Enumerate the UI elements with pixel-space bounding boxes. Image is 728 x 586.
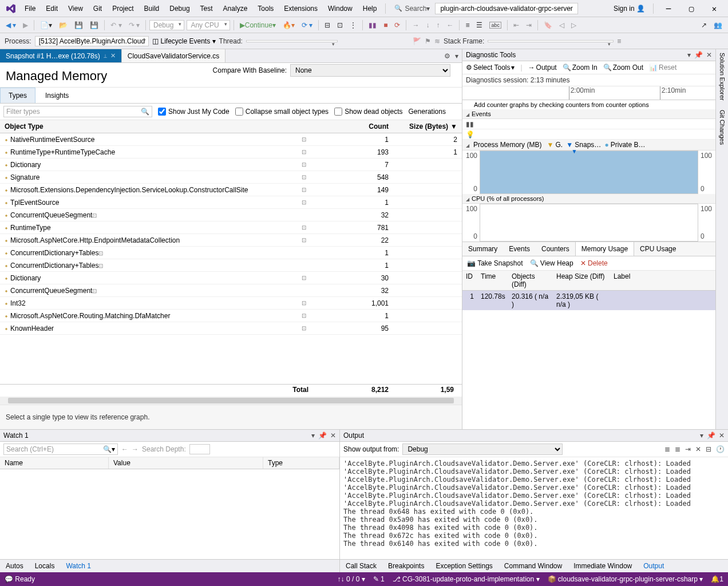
nav-back-icon[interactable]: ← — [121, 445, 128, 453]
grid-body[interactable]: ⬥NativeRuntimeEventSource⊡12⬥RuntimeType… — [0, 133, 462, 384]
sign-in-button[interactable]: Sign in 👤 — [609, 5, 650, 13]
platform-combo[interactable]: Any CPU — [187, 20, 230, 30]
close-icon[interactable]: ✕ — [719, 431, 725, 440]
nav-fwd-icon[interactable]: → — [132, 445, 139, 453]
hot-reload-icon[interactable]: 🔥▾ — [280, 20, 297, 30]
pin-icon[interactable]: 📌 — [694, 51, 703, 59]
dropdown-icon[interactable]: ▾ — [700, 431, 703, 440]
zoomin-button[interactable]: 🔍 Zoom In — [563, 64, 598, 72]
col-objtype[interactable]: Object Type — [0, 120, 313, 133]
abc-icon[interactable]: abc — [487, 21, 504, 30]
col-value[interactable]: Value — [109, 457, 263, 469]
pen-indicator[interactable]: ✎ 1 — [373, 575, 385, 583]
gear-icon[interactable]: ⚙ — [444, 52, 450, 60]
menu-window[interactable]: Window — [323, 5, 358, 13]
clear2-icon[interactable]: ✕ — [695, 445, 701, 453]
restart-button[interactable]: ⟳ ▾ — [299, 20, 315, 30]
table-row[interactable]: ⬥ConcurrentDictionary+Tables⊡1 — [0, 259, 462, 272]
delete-button[interactable]: ✕ Delete — [580, 259, 608, 267]
mem-head[interactable]: Process Memory (MB) ▼ G. ▼ Snaps… ● Priv… — [462, 140, 715, 151]
pause-button[interactable]: ▮▮ — [366, 20, 379, 30]
select-tools-button[interactable]: ⚙ Select Tools ▾ — [466, 64, 515, 72]
dropdown-icon[interactable]: ▾ — [455, 52, 458, 60]
take-snapshot-button[interactable]: 📷 Take Snapshot — [467, 259, 523, 267]
restart-debug-button[interactable]: ⟳ — [392, 20, 402, 30]
hscrollbar[interactable] — [8, 398, 454, 403]
lifecycle-button[interactable]: ◫ Lifecycle Events ▾ — [152, 37, 215, 45]
table-row[interactable]: ⬥ConcurrentDictionary+Tables⊡1 — [0, 247, 462, 259]
step-icon3[interactable]: ⋮ — [347, 20, 359, 30]
search-icon[interactable]: 🔍 — [141, 108, 149, 116]
tab-call-stack[interactable]: Call Stack — [340, 560, 382, 572]
table-row[interactable]: ⬥Dictionary⊡7 — [0, 159, 462, 171]
nav-back-button[interactable]: ◀ ▾ — [3, 20, 18, 30]
close-icon[interactable]: ✕ — [330, 431, 336, 440]
col-name[interactable]: Name — [0, 457, 109, 469]
table-row[interactable]: ⬥ConcurrentQueueSegment⊡32 — [0, 209, 462, 221]
col-size[interactable]: Size (Bytes)▼ — [393, 120, 462, 133]
stack-combo[interactable] — [488, 40, 614, 42]
table-row[interactable]: ⬥Microsoft.Extensions.DependencyInjectio… — [0, 184, 462, 196]
step-back-icon[interactable]: ← — [444, 20, 456, 30]
bell-indicator[interactable]: 🔔1 — [711, 575, 723, 583]
menu-tools[interactable]: Tools — [252, 5, 279, 13]
compare-select[interactable]: None — [290, 64, 450, 77]
bookmark-icon[interactable]: 🔖 — [541, 20, 555, 30]
tab-summary[interactable]: Summary — [462, 242, 503, 256]
updown-indicator[interactable]: ↑↓ 0 / 0 ▾ — [338, 575, 365, 583]
dropdown-icon[interactable]: ▾ — [687, 51, 691, 59]
table-row[interactable]: ⬥ConcurrentQueueSegment⊡32 — [0, 284, 462, 297]
maximize-button[interactable]: ▢ — [680, 1, 703, 17]
tab-memusage[interactable]: Memory Usage — [575, 242, 634, 256]
wrap-icon[interactable]: ≣ — [675, 445, 680, 453]
tab-cpuusage[interactable]: CPU Usage — [634, 242, 682, 256]
indent-icon[interactable]: ⇤ — [511, 20, 521, 30]
events-head[interactable]: Events — [462, 109, 715, 119]
table-row[interactable]: ⬥Dictionary⊡30 — [0, 272, 462, 284]
tab-snapshot[interactable]: Snapshot #1 H…exe (120.78s)⟂✕ — [0, 49, 122, 62]
collapse-checkbox[interactable]: Collapse small object types — [235, 108, 329, 116]
tab-source[interactable]: CloudSaveValidatorService.cs — [122, 49, 226, 62]
step-into-icon[interactable]: ↓ — [424, 20, 432, 30]
cpu-head[interactable]: CPU (% of all processors) — [462, 194, 715, 204]
goto-icon[interactable]: ⇥ — [685, 445, 691, 453]
pause-small-icon[interactable]: ▮▮ — [466, 120, 474, 128]
tab-exception-settings[interactable]: Exception Settings — [430, 560, 498, 572]
search-menu[interactable]: Search ▾ — [389, 0, 435, 17]
tab-command-window[interactable]: Command Window — [498, 560, 568, 572]
step-icon2[interactable]: ⊡ — [335, 20, 345, 30]
close-button[interactable]: ✕ — [703, 1, 726, 17]
comment-icon[interactable]: ☰ — [474, 20, 485, 30]
git-changes-tab[interactable]: Git Changes — [719, 110, 726, 145]
toggle-icon[interactable]: ⊟ — [706, 445, 711, 453]
cpu-graph[interactable]: 1000 1000 — [462, 204, 715, 241]
save-all-button[interactable]: 💾 — [88, 20, 101, 30]
table-row[interactable]: ⬥KnownHeader⊡95 — [0, 322, 462, 335]
step-icon[interactable]: ⊟ — [322, 20, 333, 30]
pin-icon[interactable]: 📌 — [318, 431, 327, 440]
tab-immediate-window[interactable]: Immediate Window — [568, 560, 638, 572]
clock-icon[interactable]: 🕐 — [716, 445, 725, 453]
time-ruler[interactable]: 2:00min 2:10min — [462, 86, 715, 100]
table-row[interactable]: ⬥Microsoft.AspNetCore.Http.EndpointMetad… — [0, 234, 462, 247]
output-from-select[interactable]: Debug — [402, 444, 563, 455]
reset-button[interactable]: 📊 Reset — [649, 64, 676, 72]
menu-extensions[interactable]: Extensions — [279, 5, 323, 13]
open-folder-icon[interactable]: 📂 — [57, 20, 70, 30]
table-row[interactable]: ⬥RuntimeType⊡781 — [0, 221, 462, 234]
table-row[interactable]: ⬥Signature⊡548 — [0, 171, 462, 184]
flag2-icon[interactable]: ⚑ — [425, 37, 431, 45]
watch-search[interactable]: Search (Ctrl+E)🔍▾ — [3, 444, 118, 455]
output-text[interactable]: 'AccelByte.PluginArch.CloudsaveValidator… — [340, 457, 728, 559]
save-button[interactable]: 💾 — [72, 20, 85, 30]
redo-button[interactable]: ↷ ▾ — [126, 20, 142, 30]
solution-explorer-tab[interactable]: Solution Explorer — [719, 53, 726, 101]
memory-graph[interactable]: 1000 ▼ 1000 — [462, 151, 715, 194]
col-type[interactable]: Type — [263, 457, 339, 469]
view-heap-button[interactable]: 🔍 View Heap — [530, 259, 573, 267]
continue-button[interactable]: ▶ Continue ▾ — [238, 20, 278, 30]
bookmark-next-icon[interactable]: ▷ — [569, 20, 579, 30]
table-row[interactable]: ⬥NativeRuntimeEventSource⊡12 — [0, 133, 462, 146]
share-icon[interactable]: ↗ — [699, 20, 709, 30]
branch-indicator[interactable]: ⎇ CG-3081-update-proto-and-implementatio… — [393, 575, 540, 583]
